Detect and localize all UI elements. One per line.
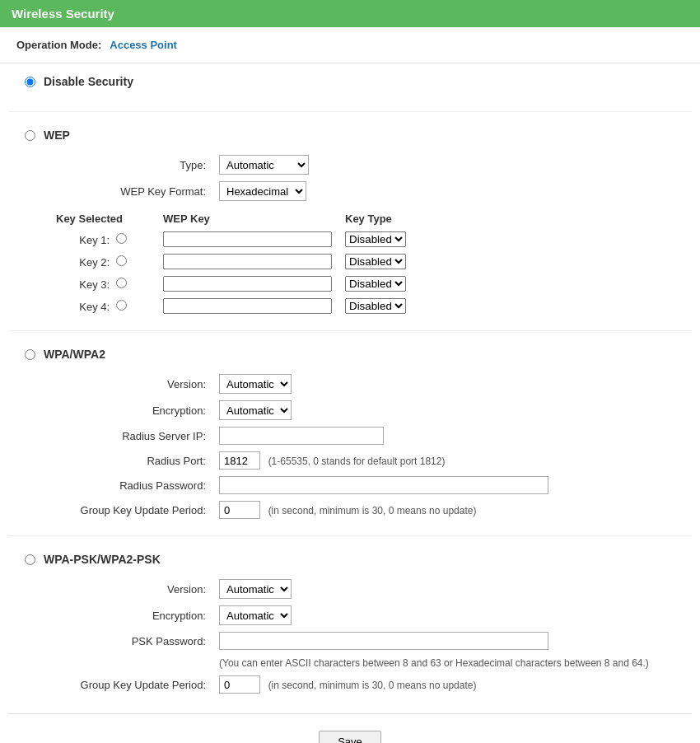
psk-version-label: Version: <box>49 576 214 602</box>
wpa-group-key-hint: (in second, minimum is 30, 0 means no up… <box>268 505 477 516</box>
key4-radio[interactable] <box>116 300 127 311</box>
wpa-psk-form-table: Version: AutomaticWPAWPA2 Encryption: Au… <box>49 576 700 697</box>
psk-hint-row: (You can enter ASCII characters between … <box>49 653 700 672</box>
psk-password-label: PSK Password: <box>49 629 214 653</box>
wpa-radius-ip-input[interactable] <box>219 427 384 445</box>
key1-type-select[interactable]: Disabled64-bit128-bit152-bit <box>345 231 406 247</box>
psk-encryption-label: Encryption: <box>49 602 214 629</box>
key2-label: Key 2: <box>79 256 110 269</box>
psk-password-cell <box>214 629 700 653</box>
key2-type-cell: Disabled64-bit128-bit152-bit <box>338 250 437 273</box>
psk-version-select[interactable]: AutomaticWPAWPA2 <box>219 579 292 599</box>
key3-value-cell <box>156 273 338 295</box>
operation-mode-label: Operation Mode: <box>16 39 101 51</box>
wpa-version-label: Version: <box>49 371 214 397</box>
wpa-radius-password-cell <box>214 473 700 498</box>
wpa-radius-port-input[interactable] <box>219 451 260 470</box>
wpa-psk-radio[interactable] <box>25 554 35 565</box>
wpa-encryption-select[interactable]: AutomaticTKIPAES <box>219 400 292 420</box>
disable-security-section: Disable Security <box>8 63 692 106</box>
wpa-radius-password-label: Radius Password: <box>49 473 214 498</box>
key3-radio[interactable] <box>116 278 127 288</box>
wpa-version-select[interactable]: AutomaticWPAWPA2 <box>219 374 292 394</box>
wpa-wpa2-section: WPA/WPA2 Version: AutomaticWPAWPA2 Encry… <box>8 336 692 530</box>
wpa-radius-port-row: Radius Port: (1-65535, 0 stands for defa… <box>49 448 700 473</box>
wep-col-selected: Key Selected <box>49 209 156 228</box>
wpa-radius-password-row: Radius Password: <box>49 473 700 498</box>
psk-password-input[interactable] <box>219 632 548 650</box>
wpa-version-cell: AutomaticWPAWPA2 <box>214 371 700 397</box>
wep-title: WEP <box>44 129 70 142</box>
table-row: Key 1: Disabled64-bit128-bit152-bit <box>49 228 437 250</box>
operation-mode-row: Operation Mode: Access Point <box>0 27 700 63</box>
wep-radio[interactable] <box>25 130 35 141</box>
key2-input[interactable] <box>163 254 332 269</box>
wpa-group-key-row: Group Key Update Period: (in second, min… <box>49 498 700 522</box>
wpa-group-key-input[interactable] <box>219 501 260 519</box>
content-area: Disable Security WEP Type: Automatic Ope… <box>0 63 700 743</box>
key1-radio[interactable] <box>116 233 127 244</box>
wep-form-table: Type: Automatic Open System Shared Key W… <box>49 152 700 204</box>
wep-type-cell: Automatic Open System Shared Key <box>214 152 700 178</box>
table-row: Key 4: Disabled64-bit128-bit152-bit <box>49 295 437 317</box>
save-button[interactable]: Save <box>319 731 381 743</box>
wpa-encryption-label: Encryption: <box>49 397 214 423</box>
psk-encryption-select[interactable]: AutomaticTKIPAES <box>219 605 292 625</box>
disable-security-radio[interactable] <box>25 77 35 87</box>
psk-encryption-cell: AutomaticTKIPAES <box>214 602 700 629</box>
wpa-version-row: Version: AutomaticWPAWPA2 <box>49 371 700 397</box>
psk-password-row: PSK Password: <box>49 629 700 653</box>
key1-label: Key 1: <box>79 234 110 246</box>
wep-type-select[interactable]: Automatic Open System Shared Key <box>219 155 309 175</box>
wpa-radius-ip-cell <box>214 423 700 448</box>
disable-security-title: Disable Security <box>44 75 133 88</box>
wep-col-key: WEP Key <box>156 209 338 228</box>
wpa-radius-ip-row: Radius Server IP: <box>49 423 700 448</box>
save-row: Save <box>8 713 692 743</box>
key4-type-cell: Disabled64-bit128-bit152-bit <box>338 295 437 317</box>
key4-label: Key 4: <box>79 301 110 313</box>
wep-format-label: WEP Key Format: <box>49 178 214 204</box>
psk-group-key-input[interactable] <box>219 675 260 694</box>
key2-type-select[interactable]: Disabled64-bit128-bit152-bit <box>345 254 406 269</box>
wep-header: WEP <box>25 129 675 142</box>
key2-selected-cell: Key 2: <box>49 250 156 273</box>
disable-security-header: Disable Security <box>25 75 675 88</box>
table-row: Key 2: Disabled64-bit128-bit152-bit <box>49 250 437 273</box>
wpa-radius-port-hint: (1-65535, 0 stands for default port 1812… <box>268 456 446 467</box>
psk-group-key-row: Group Key Update Period: (in second, min… <box>49 672 700 697</box>
wep-type-label: Type: <box>49 152 214 178</box>
key4-input[interactable] <box>163 298 332 314</box>
key1-type-cell: Disabled64-bit128-bit152-bit <box>338 228 437 250</box>
key4-type-select[interactable]: Disabled64-bit128-bit152-bit <box>345 298 406 314</box>
wpa-wpa2-form-table: Version: AutomaticWPAWPA2 Encryption: Au… <box>49 371 700 522</box>
wpa-group-key-cell: (in second, minimum is 30, 0 means no up… <box>214 498 700 522</box>
wpa-radius-ip-label: Radius Server IP: <box>49 423 214 448</box>
key2-radio[interactable] <box>116 255 127 266</box>
wpa-wpa2-radio[interactable] <box>25 349 35 360</box>
wpa-psk-header: WPA-PSK/WPA2-PSK <box>25 553 675 566</box>
wep-keys-header-row: Key Selected WEP Key Key Type <box>49 209 437 228</box>
wep-col-type: Key Type <box>338 209 437 228</box>
wep-format-select[interactable]: Hexadecimal ASCII <box>219 181 306 201</box>
key3-selected-cell: Key 3: <box>49 273 156 295</box>
operation-mode-value: Access Point <box>110 39 177 51</box>
psk-hint: (You can enter ASCII characters between … <box>219 657 649 669</box>
wpa-wpa2-header: WPA/WPA2 <box>25 348 675 361</box>
wpa-radius-port-cell: (1-65535, 0 stands for default port 1812… <box>214 448 700 473</box>
key1-selected-cell: Key 1: <box>49 228 156 250</box>
key3-label: Key 3: <box>79 278 110 291</box>
wep-type-row: Type: Automatic Open System Shared Key <box>49 152 700 178</box>
key3-input[interactable] <box>163 276 332 292</box>
key1-value-cell <box>156 228 338 250</box>
key3-type-select[interactable]: Disabled64-bit128-bit152-bit <box>345 276 406 292</box>
key2-value-cell <box>156 250 338 273</box>
wpa-encryption-row: Encryption: AutomaticTKIPAES <box>49 397 700 423</box>
section-divider-3 <box>8 535 692 536</box>
key4-value-cell <box>156 295 338 317</box>
wpa-radius-password-input[interactable] <box>219 476 548 494</box>
section-divider-1 <box>8 111 692 112</box>
psk-hint-cell: (You can enter ASCII characters between … <box>214 653 700 672</box>
key1-input[interactable] <box>163 231 332 247</box>
psk-version-cell: AutomaticWPAWPA2 <box>214 576 700 602</box>
